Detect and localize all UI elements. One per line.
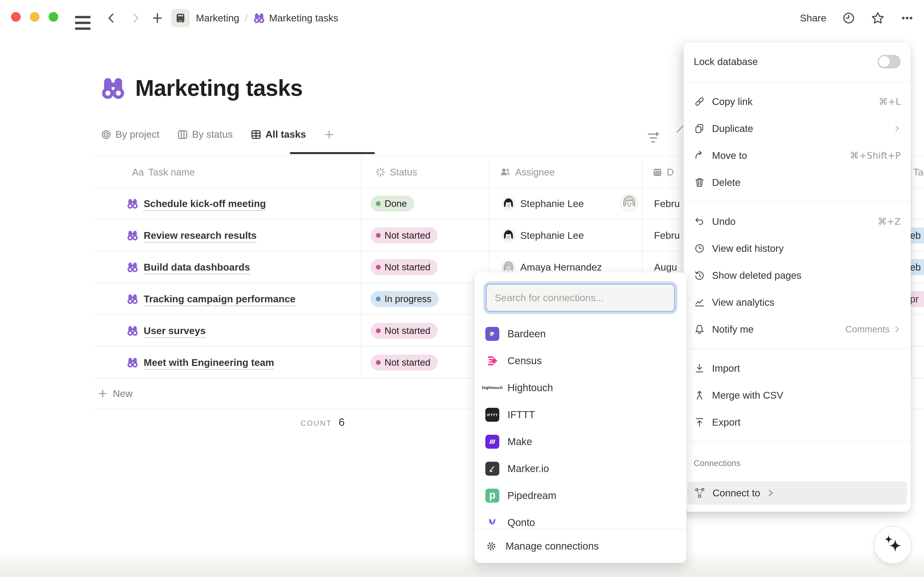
menu-item-notify-me[interactable]: Notify me Comments xyxy=(684,316,911,343)
menu-item-view-analytics[interactable]: View analytics xyxy=(684,289,911,316)
status-burst-icon xyxy=(375,167,386,177)
binoculars-icon xyxy=(253,12,265,24)
calendar-icon xyxy=(652,167,662,177)
binoculars-icon[interactable] xyxy=(101,76,125,101)
manage-connections-button[interactable]: Manage connections xyxy=(474,529,686,563)
task-title[interactable]: Tracking campaign performance xyxy=(144,293,296,305)
binoculars-icon xyxy=(127,325,138,337)
connections-section-header: Connections xyxy=(684,448,911,472)
people-icon xyxy=(500,167,511,177)
active-tab-underline xyxy=(290,152,374,154)
status-badge[interactable]: Not started xyxy=(371,355,438,371)
task-title[interactable]: Schedule kick-off meeting xyxy=(144,198,266,210)
avatar xyxy=(620,193,638,212)
connection-item-make[interactable]: Make xyxy=(474,428,686,455)
column-header-assignee[interactable]: Assignee xyxy=(500,156,555,188)
favorite-star-icon[interactable] xyxy=(871,11,885,25)
menu-item-move-to[interactable]: Move to ⌘+Shift+P xyxy=(684,142,911,169)
menu-item-merge-with-csv[interactable]: Merge with CSV xyxy=(684,382,911,409)
menu-item-export[interactable]: Export xyxy=(684,409,911,436)
lock-database-toggle[interactable] xyxy=(877,55,901,68)
connection-item-qonto[interactable]: Qonto xyxy=(474,509,686,529)
connections-submenu: Bardeen Census hightouch Hightouch IFTTT… xyxy=(474,272,686,563)
ifttt-icon: IFTTT xyxy=(485,408,499,422)
status-badge[interactable]: In progress xyxy=(371,291,439,307)
binoculars-icon xyxy=(127,198,138,210)
column-header-date[interactable]: D xyxy=(652,156,674,188)
status-badge[interactable]: Not started xyxy=(371,227,438,243)
status-badge[interactable]: Not started xyxy=(371,323,438,339)
import-icon xyxy=(694,363,705,374)
breadcrumb: Marketing / Marketing tasks xyxy=(171,0,338,36)
task-title[interactable]: Meet with Engineering team xyxy=(144,357,274,368)
chevron-right-icon xyxy=(767,489,775,497)
avatar xyxy=(501,229,516,242)
workspace-page-icon[interactable] xyxy=(171,9,190,27)
search-input[interactable] xyxy=(487,285,674,311)
filter-icon[interactable] xyxy=(647,132,662,145)
menu-item-import[interactable]: Import xyxy=(684,355,911,382)
census-icon xyxy=(485,354,499,368)
add-view-button[interactable] xyxy=(325,130,334,139)
connection-item-marker-io[interactable]: Marker.io xyxy=(474,455,686,482)
connections-icon xyxy=(694,487,706,499)
sparkles-icon xyxy=(879,532,906,558)
search-connections-field[interactable] xyxy=(486,284,675,312)
window-zoom-button[interactable] xyxy=(48,12,58,22)
status-badge[interactable]: Done xyxy=(371,196,414,211)
notion-ai-button[interactable] xyxy=(874,526,911,564)
clock-icon xyxy=(694,243,705,254)
menu-item-copy-link[interactable]: Copy link ⌘+L xyxy=(684,88,911,115)
connection-item-bardeen[interactable]: Bardeen xyxy=(474,321,686,347)
share-button[interactable]: Share xyxy=(800,13,826,24)
new-page-button[interactable] xyxy=(152,12,163,24)
window-close-button[interactable] xyxy=(11,12,21,22)
column-header-task-name[interactable]: Aa Task name xyxy=(132,156,194,188)
sidebar-menu-icon[interactable] xyxy=(75,16,90,30)
assignee-cell[interactable]: Stephanie Lee xyxy=(501,219,584,251)
pipedream-icon: p xyxy=(485,489,499,503)
count-footer[interactable]: COUNT 6 xyxy=(301,416,345,429)
connection-item-ifttt[interactable]: IFTTT IFTTT xyxy=(474,401,686,428)
status-badge[interactable]: Not started xyxy=(371,259,438,275)
tab-all-tasks[interactable]: All tasks xyxy=(251,129,306,140)
assignee-cell[interactable]: Stephanie Lee xyxy=(501,188,584,219)
link-icon xyxy=(694,96,705,107)
page-title: Marketing tasks xyxy=(135,75,303,101)
nav-back-button[interactable] xyxy=(105,12,117,24)
date-cell[interactable]: Febru xyxy=(654,219,680,251)
menu-item-show-deleted-pages[interactable]: Show deleted pages xyxy=(684,262,911,289)
task-title[interactable]: Build data dashboards xyxy=(144,262,250,273)
nav-forward-button[interactable] xyxy=(130,12,141,24)
binoculars-icon xyxy=(127,293,138,305)
tab-by-status[interactable]: By status xyxy=(178,129,233,140)
move-to-icon xyxy=(694,150,705,161)
menu-item-delete[interactable]: Delete xyxy=(684,169,911,196)
column-header-tags-fragment[interactable]: Ta xyxy=(913,156,923,188)
binoculars-icon xyxy=(127,357,138,368)
lock-database-row[interactable]: Lock database xyxy=(684,47,911,76)
menu-item-view-edit-history[interactable]: View edit history xyxy=(684,235,911,262)
board-icon xyxy=(175,13,186,24)
task-title[interactable]: Review research results xyxy=(144,230,257,241)
menu-item-undo[interactable]: Undo ⌘+Z xyxy=(684,208,911,235)
connections-list: Bardeen Census hightouch Hightouch IFTTT… xyxy=(474,321,686,529)
task-title[interactable]: User surveys xyxy=(144,325,206,337)
menu-item-duplicate[interactable]: Duplicate xyxy=(684,115,911,142)
merge-icon xyxy=(694,390,705,401)
history-clock-icon[interactable] xyxy=(842,11,855,24)
window-minimize-button[interactable] xyxy=(30,12,39,22)
column-header-status[interactable]: Status xyxy=(375,156,417,188)
tab-by-project[interactable]: By project xyxy=(101,129,159,140)
connection-item-hightouch[interactable]: hightouch Hightouch xyxy=(474,374,686,401)
sort-icon-fragment xyxy=(676,125,684,133)
view-tabs: By project By status All tasks xyxy=(101,129,334,140)
connection-item-pipedream[interactable]: p Pipedream xyxy=(474,482,686,509)
date-cell[interactable]: Febru xyxy=(654,188,680,219)
bottom-fade xyxy=(0,551,924,577)
breadcrumb-page[interactable]: Marketing tasks xyxy=(269,13,338,24)
connection-item-census[interactable]: Census xyxy=(474,347,686,374)
breadcrumb-section[interactable]: Marketing xyxy=(196,13,239,24)
menu-item-connect-to[interactable]: Connect to xyxy=(688,482,907,504)
more-options-icon[interactable] xyxy=(900,11,914,25)
